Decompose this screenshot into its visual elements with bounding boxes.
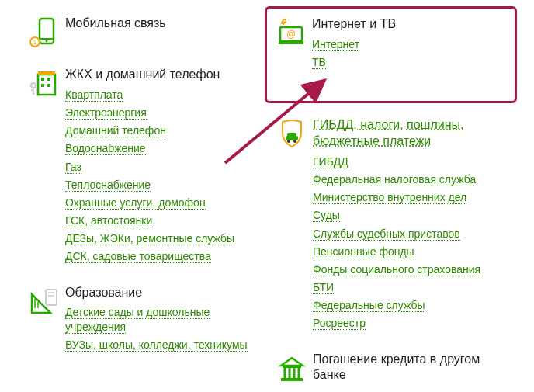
category-internet: @Интернет и ТВИнтернетТВ — [270, 16, 511, 73]
sublink[interactable]: Пенсионные фонды — [313, 245, 414, 258]
list-item: ВУЗы, школы, колледжи, техникумы — [65, 338, 263, 352]
svg-rect-32 — [281, 378, 303, 381]
sublink[interactable]: Суды — [313, 209, 340, 222]
sublink[interactable]: Квартплата — [65, 88, 123, 102]
sublink[interactable]: Росреестр — [313, 317, 366, 330]
svg-rect-9 — [47, 78, 50, 81]
category-housing: ЖКХ и домашний телефонКвартплатаЭлектроэ… — [23, 67, 263, 268]
internet-icon: @ — [270, 16, 312, 73]
svg-rect-27 — [283, 366, 301, 368]
category-title: Погашение кредита в другом банке — [313, 352, 511, 384]
svg-point-12 — [31, 83, 36, 88]
list-item: Теплоснабжение — [65, 178, 263, 192]
svg-rect-8 — [41, 78, 44, 81]
mobile-icon: 1 — [23, 16, 65, 50]
sublink[interactable]: Электроэнергия — [65, 106, 147, 120]
svg-rect-26 — [287, 133, 296, 137]
category-loan: Погашение кредита в другом банке — [271, 352, 511, 389]
svg-point-24 — [287, 140, 290, 143]
list-item: Домашний телефон — [65, 123, 263, 137]
list-item: Службы судебных приставов — [313, 227, 511, 241]
sublink[interactable]: Домашний телефон — [65, 124, 166, 137]
svg-rect-11 — [47, 84, 50, 87]
category-gov: ГИБДД, налоги, пошлины, бюджетные платеж… — [271, 117, 511, 334]
svg-point-3 — [46, 40, 48, 43]
svg-rect-7 — [38, 71, 55, 75]
svg-rect-6 — [38, 75, 55, 95]
list-item: Росреестр — [313, 316, 511, 330]
list-item: Пенсионные фонды — [313, 245, 511, 258]
list-item: Охранные услуги, домофон — [65, 196, 263, 210]
list-item: Министерство внутренних дел — [313, 190, 511, 204]
category-mobile: 1Мобильная связь — [23, 16, 263, 50]
list-item: Федеральная налоговая служба — [313, 172, 511, 186]
sublink[interactable]: ВУЗы, школы, колледжи, техникумы — [65, 338, 248, 352]
sublink[interactable]: ГСК, автостоянки — [65, 214, 152, 227]
list-item: Фонды социального страхования — [313, 262, 511, 276]
svg-rect-1 — [40, 19, 54, 43]
housing-icon — [23, 67, 65, 268]
category-title: Мобильная связь — [65, 16, 263, 32]
sublink[interactable]: ГИБДД — [313, 155, 348, 168]
list-item: БТИ — [313, 280, 511, 294]
list-item: Водоснабжение — [65, 141, 263, 155]
list-item: Федеральные службы — [313, 298, 511, 312]
list-item: Детские сады и дошкольные учреждения — [65, 305, 263, 333]
svg-text:1: 1 — [33, 39, 37, 46]
education-icon — [23, 285, 65, 356]
svg-rect-21 — [279, 41, 303, 44]
category-title: ЖКХ и домашний телефон — [65, 67, 263, 83]
list-item: ГИБДД — [313, 154, 511, 168]
sublink[interactable]: Министерство внутренних дел — [313, 191, 466, 204]
sublink[interactable]: ДСК, садовые товарищества — [65, 250, 211, 263]
list-item: ДЕЗы, ЖЭКи, ремонтные службы — [65, 231, 263, 245]
sublink[interactable]: БТИ — [313, 281, 334, 294]
list-item: Квартплата — [65, 88, 263, 102]
svg-point-25 — [293, 140, 296, 143]
sublink[interactable]: Интернет — [312, 38, 359, 51]
category-title: Интернет и ТВ — [312, 16, 511, 33]
category-education: ОбразованиеДетские сады и дошкольные учр… — [23, 285, 263, 356]
list-item: Суды — [313, 208, 511, 222]
sublink[interactable]: Теплоснабжение — [65, 179, 151, 192]
loan-icon — [271, 352, 313, 389]
list-item: ДСК, садовые товарищества — [65, 249, 263, 263]
sublink[interactable]: Детские сады и дошкольные учреждения — [65, 306, 210, 333]
list-item: ГСК, автостоянки — [65, 213, 263, 227]
svg-rect-10 — [41, 84, 44, 87]
list-item: Газ — [65, 160, 263, 174]
svg-text:@: @ — [286, 29, 296, 40]
list-item: ТВ — [312, 55, 511, 69]
svg-rect-17 — [46, 290, 57, 305]
sublink[interactable]: ТВ — [312, 56, 326, 69]
sublink[interactable]: Газ — [65, 161, 81, 174]
category-title: Образование — [65, 285, 263, 301]
list-item: Интернет — [312, 37, 511, 51]
list-item: Электроэнергия — [65, 106, 263, 120]
sublink[interactable]: Федеральные службы — [313, 299, 425, 312]
sublink[interactable]: ДЕЗы, ЖЭКи, ремонтные службы — [65, 232, 234, 245]
gov-icon — [271, 117, 313, 334]
category-title[interactable]: ГИБДД, налоги, пошлины, бюджетные платеж… — [313, 117, 511, 150]
sublink[interactable]: Фонды социального страхования — [313, 263, 480, 276]
sublink[interactable]: Федеральная налоговая служба — [313, 173, 476, 186]
sublink[interactable]: Охранные услуги, домофон — [65, 196, 206, 210]
sublink[interactable]: Водоснабжение — [65, 142, 146, 155]
sublink[interactable]: Службы судебных приставов — [313, 227, 460, 241]
